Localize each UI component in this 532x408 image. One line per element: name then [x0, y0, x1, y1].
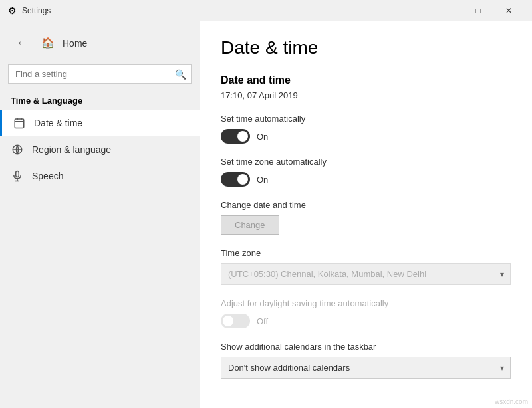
sidebar-item-region-language[interactable]: Region & language [0, 136, 200, 163]
svg-rect-6 [16, 171, 19, 177]
auto-timezone-toggle-row: On [221, 172, 511, 187]
app-body: ← 🏠 Home 🔍 Time & Language Date & time [0, 21, 532, 408]
sidebar-search-container: 🔍 [8, 64, 192, 84]
current-datetime: 17:10, 07 April 2019 [221, 90, 511, 100]
sidebar-item-speech[interactable]: Speech [0, 163, 200, 189]
auto-timezone-label: Set time zone automatically [221, 157, 511, 167]
timezone-setting: Time zone (UTC+05:30) Chennai, Kolkata, … [221, 248, 511, 285]
app-icon: ⚙ [8, 5, 17, 16]
sidebar-item-label-region: Region & language [32, 144, 111, 155]
auto-time-toggle[interactable] [221, 129, 250, 144]
change-datetime-setting: Change date and time Change [221, 200, 511, 235]
sidebar: ← 🏠 Home 🔍 Time & Language Date & time [0, 21, 200, 408]
auto-time-setting: Set time automatically On [221, 114, 511, 144]
daylight-toggle-row: Off [221, 314, 511, 328]
minimize-button[interactable]: — [432, 0, 463, 21]
home-icon: 🏠 [41, 37, 55, 49]
auto-time-toggle-row: On [221, 129, 511, 144]
title-bar: ⚙ Settings — □ ✕ [0, 0, 532, 21]
auto-timezone-state: On [257, 175, 268, 185]
auto-timezone-toggle[interactable] [221, 172, 250, 187]
sidebar-section-title: Time & Language [0, 89, 200, 110]
auto-time-knob [237, 131, 248, 142]
additional-calendars-dropdown[interactable]: Don't show additional calendars [221, 357, 511, 379]
search-icon: 🔍 [175, 69, 186, 80]
sidebar-item-label-date-time: Date & time [34, 118, 82, 128]
additional-calendars-label: Show additional calendars in the taskbar [221, 342, 511, 352]
content-area: Date & time Date and time 17:10, 07 Apri… [200, 21, 532, 408]
auto-timezone-knob [237, 174, 248, 185]
change-button[interactable]: Change [221, 215, 279, 235]
maximize-button[interactable]: □ [463, 0, 493, 21]
speech-icon [11, 169, 24, 183]
page-title: Date & time [221, 37, 511, 58]
timezone-label: Time zone [221, 248, 511, 258]
additional-calendars-setting: Show additional calendars in the taskbar… [221, 342, 511, 379]
daylight-setting: Adjust for daylight saving time automati… [221, 298, 511, 328]
auto-time-label: Set time automatically [221, 114, 511, 124]
change-datetime-label: Change date and time [221, 200, 511, 210]
svg-rect-0 [15, 119, 24, 128]
daylight-label: Adjust for daylight saving time automati… [221, 298, 511, 308]
auto-timezone-setting: Set time zone automatically On [221, 157, 511, 187]
title-bar-controls: — □ ✕ [432, 0, 524, 21]
back-button[interactable]: ← [11, 33, 33, 52]
home-label: Home [63, 38, 87, 49]
timezone-dropdown-row: (UTC+05:30) Chennai, Kolkata, Mumbai, Ne… [221, 263, 511, 285]
watermark: wsxdn.com [495, 398, 528, 405]
date-time-icon [13, 116, 26, 130]
section-heading: Date and time [221, 74, 511, 86]
daylight-state: Off [257, 316, 268, 326]
auto-time-state: On [257, 132, 268, 142]
search-input[interactable] [8, 64, 192, 84]
additional-calendars-dropdown-row: Don't show additional calendars ▾ [221, 357, 511, 379]
region-language-icon [11, 143, 24, 156]
sidebar-item-date-time[interactable]: Date & time [0, 110, 200, 136]
daylight-toggle[interactable] [221, 314, 250, 328]
title-bar-title: Settings [22, 6, 51, 15]
sidebar-item-label-speech: Speech [32, 171, 63, 181]
sidebar-home-item[interactable]: ← 🏠 Home [0, 27, 200, 59]
daylight-knob [223, 316, 233, 326]
title-bar-left: ⚙ Settings [8, 5, 51, 16]
close-button[interactable]: ✕ [493, 0, 524, 21]
timezone-dropdown[interactable]: (UTC+05:30) Chennai, Kolkata, Mumbai, Ne… [221, 263, 511, 285]
